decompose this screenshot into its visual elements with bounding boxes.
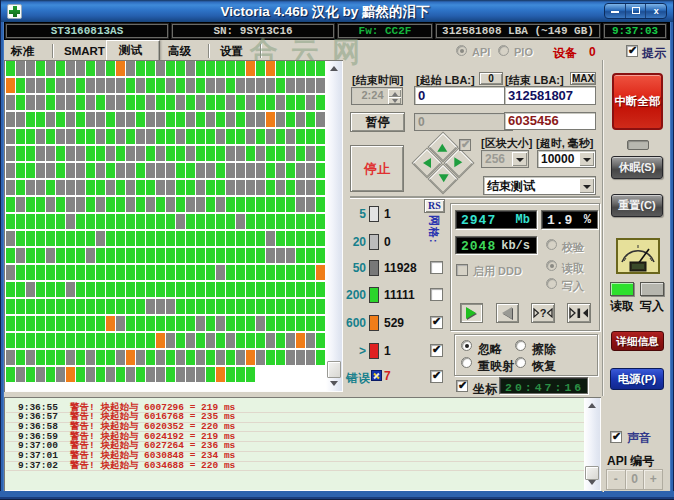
block-cell bbox=[96, 146, 105, 161]
stepper-plus-button[interactable]: + bbox=[643, 469, 663, 490]
legend-filter-checkbox[interactable] bbox=[430, 261, 443, 274]
end-lba-input[interactable]: 312581807 bbox=[504, 86, 596, 105]
block-cell bbox=[316, 231, 325, 246]
minimize-button[interactable] bbox=[605, 4, 626, 18]
end-time-spinner[interactable]: 2:24 bbox=[351, 87, 403, 105]
stop-button[interactable]: 停止 bbox=[350, 145, 404, 192]
log-scroll-up-button[interactable] bbox=[584, 398, 600, 414]
block-cell bbox=[196, 61, 205, 76]
block-size-combo[interactable]: 256 bbox=[481, 150, 529, 168]
block-cell bbox=[266, 282, 275, 297]
ignore-radio[interactable] bbox=[461, 340, 472, 351]
spin-down-button[interactable] bbox=[388, 97, 401, 104]
log-scroll-down-button[interactable] bbox=[584, 474, 600, 490]
block-cell bbox=[156, 282, 165, 297]
block-cell bbox=[316, 180, 325, 195]
start-lba-zero-button[interactable]: 0 bbox=[479, 72, 503, 85]
dropdown-arrow-icon[interactable] bbox=[512, 152, 527, 166]
verify-radio[interactable] bbox=[546, 239, 557, 250]
block-cell bbox=[316, 282, 325, 297]
coord-checkbox[interactable]: ✔ bbox=[456, 380, 468, 392]
block-cell bbox=[196, 197, 205, 212]
timeout-combo[interactable]: 10000 bbox=[537, 150, 596, 168]
read-radio[interactable] bbox=[546, 260, 557, 271]
interrupt-all-button[interactable]: 中断全部 bbox=[612, 73, 663, 130]
pause-button[interactable]: 暂停 bbox=[350, 112, 405, 132]
title-bar[interactable]: Victoria 4.46b 汉化 by 黯然的泪下 x bbox=[1, 0, 673, 22]
log-scrollbar[interactable] bbox=[584, 398, 600, 490]
block-cell bbox=[66, 129, 75, 144]
tab-test[interactable]: 测试 bbox=[106, 40, 160, 61]
start-lba-input[interactable]: 0 bbox=[414, 86, 513, 105]
pio-radio[interactable] bbox=[498, 45, 509, 56]
tab-standard[interactable]: 标准 bbox=[4, 43, 56, 60]
sleep-button[interactable]: 休眠(S) bbox=[611, 156, 663, 179]
block-cell bbox=[96, 95, 105, 110]
block-cell bbox=[176, 333, 185, 348]
block-cell bbox=[56, 299, 65, 314]
grid-scroll-down-button[interactable] bbox=[326, 375, 342, 391]
restore-radio[interactable] bbox=[515, 357, 526, 368]
scan-back-button[interactable] bbox=[496, 303, 519, 323]
legend-count: 11928 bbox=[384, 261, 417, 275]
legend-filter-checkbox[interactable]: ✔ bbox=[430, 344, 443, 357]
log-row[interactable]: 9:37:02警告! 块起始与 6034688 = 220 ms bbox=[6, 461, 584, 472]
block-cell bbox=[216, 333, 225, 348]
loop-checkbox[interactable]: ✔ bbox=[459, 139, 471, 151]
stepper-minus-button[interactable]: - bbox=[606, 469, 625, 490]
block-cell bbox=[196, 299, 205, 314]
block-cell bbox=[66, 61, 75, 76]
max-button[interactable]: MAX bbox=[570, 72, 596, 85]
block-cell bbox=[226, 333, 235, 348]
block-cell bbox=[166, 316, 175, 331]
block-cell bbox=[26, 248, 35, 263]
block-cell bbox=[36, 231, 45, 246]
block-cell bbox=[216, 163, 225, 178]
legend-filter-checkbox[interactable] bbox=[430, 288, 443, 301]
grid-scroll-up-button[interactable] bbox=[326, 61, 342, 77]
block-cell bbox=[46, 350, 55, 365]
legend-threshold-label: > bbox=[342, 344, 366, 358]
block-cell bbox=[76, 214, 85, 229]
block-cell bbox=[286, 163, 295, 178]
dropdown-arrow-icon[interactable] bbox=[579, 178, 594, 193]
block-cell bbox=[246, 265, 255, 280]
erase-radio[interactable] bbox=[515, 340, 526, 351]
start-scan-button[interactable] bbox=[460, 303, 483, 323]
jump-question-button[interactable]: ? bbox=[531, 303, 555, 323]
details-button[interactable]: 详细信息 bbox=[611, 331, 664, 351]
block-cell bbox=[86, 265, 95, 280]
block-cell bbox=[126, 350, 135, 365]
hint-checkbox[interactable]: ✔ bbox=[626, 45, 638, 57]
api-radio-label: API bbox=[472, 46, 490, 58]
block-cell bbox=[286, 61, 295, 76]
api-radio[interactable] bbox=[456, 45, 467, 56]
legend-filter-checkbox[interactable]: ✔ bbox=[430, 370, 443, 383]
seek-end-button[interactable] bbox=[567, 303, 591, 323]
remap-radio[interactable] bbox=[461, 357, 472, 368]
end-action-combo[interactable]: 结束测试 bbox=[483, 176, 596, 195]
close-button[interactable]: x bbox=[646, 4, 666, 18]
spin-up-button[interactable] bbox=[388, 89, 401, 97]
dropdown-arrow-icon[interactable] bbox=[579, 152, 594, 166]
tab-advanced[interactable]: 高级 bbox=[161, 43, 213, 60]
legend-threshold-label: 20 bbox=[342, 235, 366, 249]
legend-filter-checkbox[interactable]: ✔ bbox=[430, 316, 443, 329]
maximize-button[interactable] bbox=[626, 4, 647, 18]
block-cell bbox=[296, 61, 305, 76]
block-cell bbox=[16, 333, 25, 348]
rs-button[interactable]: RS bbox=[424, 199, 445, 213]
block-cell bbox=[296, 214, 305, 229]
reset-button[interactable]: 重置(C) bbox=[611, 194, 663, 217]
power-button[interactable]: 电源(P) bbox=[610, 368, 664, 390]
block-cell bbox=[106, 316, 115, 331]
block-cell bbox=[136, 78, 145, 93]
write-radio[interactable] bbox=[546, 278, 557, 289]
block-cell bbox=[226, 350, 235, 365]
ddd-checkbox[interactable] bbox=[456, 264, 468, 276]
sound-checkbox[interactable]: ✔ bbox=[610, 431, 622, 443]
block-cell bbox=[6, 231, 15, 246]
tab-smart[interactable]: SMART bbox=[57, 43, 109, 60]
grid-scrollbar[interactable] bbox=[326, 61, 342, 391]
block-cell bbox=[46, 61, 55, 76]
